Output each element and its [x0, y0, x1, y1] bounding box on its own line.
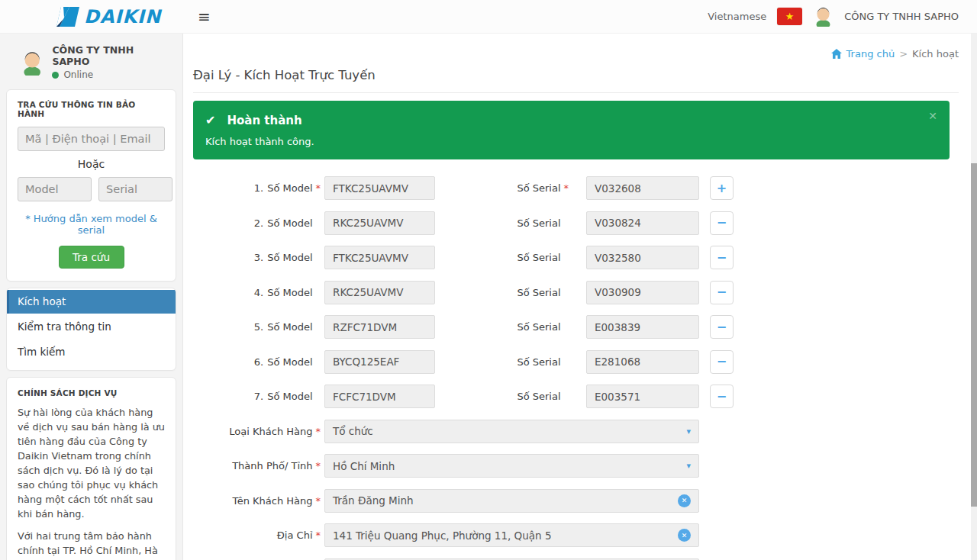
- row-index: 6.: [254, 356, 263, 368]
- serial-label: Số Serial: [517, 287, 560, 298]
- sidebar-user-panel: CÔNG TY TNHH SAPHO Online: [6, 38, 176, 89]
- remove-row-button[interactable]: −: [710, 281, 734, 304]
- serial-input[interactable]: [586, 211, 699, 235]
- required-marker: *: [316, 495, 321, 507]
- vietnam-flag-icon[interactable]: ★: [777, 8, 802, 25]
- field-label: Địa Chỉ: [277, 529, 313, 541]
- model-serial-row: 6.Số Model* Số Serial* −: [193, 350, 959, 374]
- customer-field-row: Địa Chỉ* 141 Triệu Quang Phục, Phường 11…: [193, 523, 959, 547]
- serial-label: Số Serial: [517, 252, 560, 263]
- model-input[interactable]: [324, 176, 435, 200]
- serial-label: Số Serial: [517, 182, 560, 194]
- customer-field-row: Thành Phố/ Tỉnh* Hồ Chí Minh ▾: [193, 454, 959, 478]
- service-policy-card: CHÍNH SÁCH DỊCH VỤ Sự hài lòng của khách…: [6, 377, 176, 560]
- serial-input[interactable]: [586, 281, 699, 304]
- customer-name-input[interactable]: Trần Đăng Minh ✕: [324, 489, 699, 513]
- model-serial-guide-link[interactable]: * Hướng dẫn xem model & serial: [18, 213, 165, 236]
- model-serial-row: 7.Số Model* Số Serial* −: [193, 385, 959, 408]
- daikin-logo-icon: [56, 7, 79, 27]
- customer-type-select[interactable]: Tổ chức ▾: [324, 420, 699, 443]
- sidebar: CÔNG TY TNHH SAPHO Online TRA CỨU THÔNG …: [0, 34, 183, 560]
- topbar-user-name[interactable]: CÔNG TY TNHH SAPHO: [844, 11, 959, 22]
- success-alert: ✔ Hoàn thành Kích hoạt thành công. ✕: [193, 101, 950, 159]
- model-input[interactable]: [324, 350, 435, 374]
- field-value: 141 Triệu Quang Phục, Phường 11, Quận 5: [333, 529, 552, 542]
- daikin-logo[interactable]: DAIKIN: [56, 6, 161, 27]
- remove-row-button[interactable]: −: [710, 246, 734, 269]
- model-input[interactable]: [324, 385, 435, 408]
- serial-input[interactable]: [586, 385, 699, 408]
- required-marker: *: [316, 460, 321, 471]
- breadcrumb-current: Kích hoạt: [912, 48, 959, 60]
- serial-label: Số Serial: [517, 321, 560, 333]
- page-title: Đại Lý - Kích Hoạt Trực Tuyến: [193, 68, 959, 93]
- clear-icon[interactable]: ✕: [678, 494, 691, 507]
- model-serial-row: 4.Số Model* Số Serial* −: [193, 281, 959, 304]
- row-index: 5.: [254, 321, 263, 333]
- row-index: 4.: [254, 287, 263, 298]
- model-label: Số Model: [267, 252, 312, 263]
- or-label: Hoặc: [18, 158, 165, 170]
- remove-row-button[interactable]: −: [710, 211, 734, 235]
- brand-text: DAIKIN: [84, 6, 161, 27]
- add-row-button[interactable]: +: [710, 176, 734, 200]
- serial-input[interactable]: [586, 315, 699, 339]
- model-serial-row: 5.Số Model* Số Serial* −: [193, 315, 959, 339]
- model-input[interactable]: [324, 315, 435, 339]
- home-icon: [831, 49, 842, 59]
- model-input[interactable]: [324, 211, 435, 235]
- sidebar-avatar: [20, 50, 44, 76]
- sidebar-item-kich-hoat[interactable]: Kích hoạt: [7, 290, 176, 314]
- serial-label: Số Serial: [517, 356, 560, 368]
- remove-row-button[interactable]: −: [710, 385, 734, 408]
- breadcrumb: Trang chủ > Kích hoạt: [193, 34, 959, 60]
- breadcrumb-home-link[interactable]: Trang chủ: [831, 48, 895, 60]
- sidebar-menu: Kích hoạt Kiểm tra thông tin Tìm kiếm: [6, 288, 176, 371]
- customer-field-row: Tên Khách Hàng* Trần Đăng Minh ✕: [193, 489, 959, 513]
- lookup-heading: TRA CỨU THÔNG TIN BẢO HÀNH: [18, 100, 165, 118]
- remove-row-button[interactable]: −: [710, 350, 734, 374]
- check-icon: ✔: [205, 113, 215, 127]
- row-index: 1.: [254, 182, 263, 194]
- serial-input[interactable]: [586, 176, 699, 200]
- alert-title: Hoàn thành: [227, 114, 301, 127]
- code-phone-email-input[interactable]: [18, 127, 165, 151]
- row-index: 2.: [254, 217, 263, 229]
- vertical-scrollbar[interactable]: [971, 34, 977, 560]
- chevron-down-icon: ▾: [686, 426, 691, 436]
- online-status-label: Online: [63, 69, 93, 80]
- model-label: Số Model: [267, 217, 312, 229]
- field-value: Tổ chức: [333, 425, 373, 437]
- model-lookup-input[interactable]: [18, 177, 92, 201]
- row-index: 7.: [254, 391, 263, 402]
- sidebar-item-kiem-tra-thong-tin[interactable]: Kiểm tra thông tin: [7, 315, 176, 339]
- warranty-lookup-card: TRA CỨU THÔNG TIN BẢO HÀNH Hoặc * Hướng …: [6, 89, 176, 282]
- customer-field-row: Loại Khách Hàng* Tổ chức ▾: [193, 420, 959, 443]
- topbar: DAIKIN ≡ Vietnamese ★ CÔNG TY TNHH SAPHO: [0, 0, 977, 34]
- scrollbar-thumb[interactable]: [971, 163, 977, 507]
- alert-message: Kích hoạt thành công.: [205, 136, 934, 147]
- language-label[interactable]: Vietnamese: [708, 11, 766, 22]
- model-label: Số Model: [267, 356, 312, 368]
- serial-label: Số Serial: [517, 391, 560, 402]
- city-select[interactable]: Hồ Chí Minh ▾: [324, 454, 699, 478]
- serial-input[interactable]: [586, 246, 699, 269]
- remove-row-button[interactable]: −: [710, 315, 734, 339]
- serial-lookup-input[interactable]: [98, 177, 173, 201]
- policy-paragraph: Với hai trung tâm bảo hành chính tại TP.…: [18, 529, 165, 560]
- model-input[interactable]: [324, 246, 435, 269]
- serial-input[interactable]: [586, 350, 699, 374]
- required-marker: *: [564, 182, 569, 194]
- address-input[interactable]: 141 Triệu Quang Phục, Phường 11, Quận 5 …: [324, 523, 699, 547]
- clear-icon[interactable]: ✕: [678, 529, 691, 542]
- lookup-button[interactable]: Tra cứu: [59, 246, 124, 269]
- chevron-down-icon: ▾: [686, 461, 691, 471]
- field-value: Hồ Chí Minh: [333, 460, 395, 472]
- close-icon[interactable]: ✕: [928, 110, 937, 122]
- user-avatar[interactable]: [813, 6, 834, 27]
- sidebar-item-tim-kiem[interactable]: Tìm kiếm: [7, 340, 176, 364]
- policy-paragraph: Sự hài lòng của khách hàng về dịch vụ sa…: [18, 405, 165, 521]
- model-input[interactable]: [324, 281, 435, 304]
- model-serial-row: 2.Số Model* Số Serial* −: [193, 211, 959, 235]
- hamburger-menu-icon[interactable]: ≡: [198, 9, 211, 24]
